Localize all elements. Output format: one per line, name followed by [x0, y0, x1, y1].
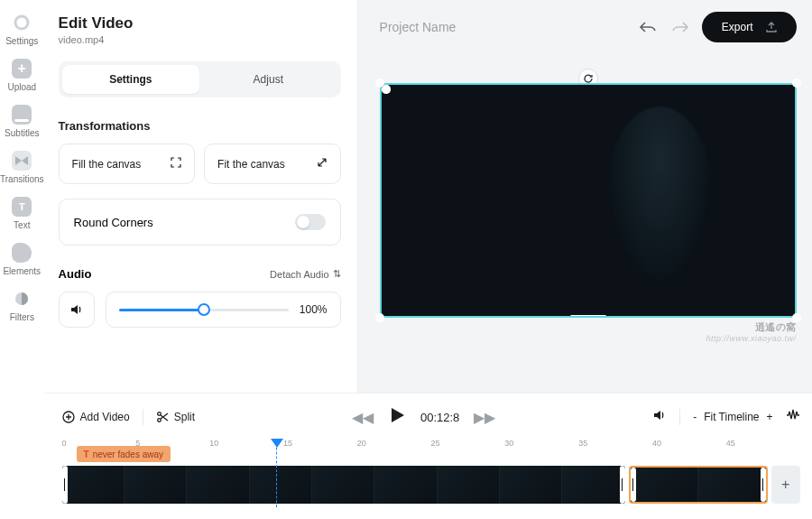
- preview-area: 逍遙の窩 http://www.xiaoyao.tw/: [358, 54, 812, 393]
- sidebar-item-label: Upload: [7, 82, 36, 92]
- sidebar-item-label: Transitions: [0, 174, 44, 184]
- svg-point-0: [15, 16, 28, 29]
- detach-icon: ⇅: [333, 268, 341, 280]
- sidebar-item-upload[interactable]: + Upload: [7, 59, 36, 92]
- option-label: Fill the canvas: [72, 158, 142, 171]
- video-clip-main[interactable]: [62, 466, 625, 504]
- bowtie-icon: [12, 151, 32, 171]
- volume-slider[interactable]: [119, 309, 289, 311]
- sidebar-item-subtitles[interactable]: Subtitles: [5, 105, 39, 138]
- edit-panel: Edit Video video.mp4 Settings Adjust Tra…: [44, 0, 358, 393]
- ruler-tick: 40: [652, 439, 726, 453]
- canvas-selection[interactable]: 逍遙の窩 http://www.xiaoyao.tw/: [380, 83, 797, 318]
- playhead[interactable]: [276, 439, 277, 507]
- fill-canvas-button[interactable]: Fill the canvas: [59, 144, 196, 184]
- blob-icon: [12, 243, 32, 263]
- detach-audio-button[interactable]: Detach Audio ⇅: [270, 268, 340, 280]
- scissors-icon: [156, 411, 169, 423]
- subtitle-clip[interactable]: T never fades away: [77, 446, 171, 462]
- tab-adjust[interactable]: Adjust: [199, 65, 337, 94]
- expand-brackets-icon: [171, 157, 181, 171]
- round-corners-toggle[interactable]: [295, 214, 326, 230]
- volume-value: 100%: [300, 303, 328, 316]
- contrast-icon: [12, 289, 32, 309]
- zoom-in-button[interactable]: +: [767, 411, 773, 423]
- subtitle-bar-icon: [12, 105, 32, 125]
- rewind-button[interactable]: ◀◀: [352, 409, 374, 426]
- fit-canvas-button[interactable]: Fit the canvas: [204, 144, 341, 184]
- watermark: 逍遙の窩 http://www.xiaoyao.tw/: [706, 320, 797, 343]
- time-display: 00:12:8: [420, 411, 459, 424]
- round-corners-label: Round Corners: [74, 216, 153, 229]
- timeline-panel: Add Video Split ◀◀ 00:12:8 ▶▶ - Fit Time…: [44, 393, 812, 519]
- add-clip-button[interactable]: +: [771, 466, 800, 504]
- top-header: Project Name Export: [358, 0, 812, 54]
- section-audio: Audio: [59, 267, 92, 281]
- undo-icon: [639, 21, 657, 33]
- ruler-tick: 20: [357, 439, 431, 453]
- waveform-icon: [786, 409, 800, 422]
- waveform-button[interactable]: [786, 409, 800, 425]
- svg-point-4: [157, 419, 161, 422]
- plus-square-icon: +: [12, 59, 32, 79]
- redo-icon: [671, 21, 689, 33]
- ruler-tick: 30: [504, 439, 578, 453]
- tab-settings[interactable]: Settings: [62, 65, 200, 94]
- clip-handle-left[interactable]: [62, 466, 68, 504]
- play-icon: [388, 406, 406, 424]
- export-label: Export: [722, 21, 753, 33]
- sidebar-item-settings[interactable]: Settings: [5, 13, 38, 46]
- redo-button[interactable]: [669, 16, 691, 38]
- t-square-icon: T: [12, 197, 32, 217]
- sidebar-item-label: Filters: [10, 312, 34, 322]
- ruler-tick: 15: [283, 439, 357, 453]
- clip-handle-left[interactable]: [631, 468, 636, 502]
- timeline-volume-button[interactable]: [652, 408, 667, 426]
- subtitle-text: never fades away: [93, 449, 163, 459]
- sidebar-item-transitions[interactable]: Transitions: [0, 151, 44, 184]
- volume-icon-button[interactable]: [59, 292, 95, 328]
- forward-button[interactable]: ▶▶: [474, 409, 495, 426]
- sidebar-item-label: Text: [14, 220, 30, 230]
- detach-audio-label: Detach Audio: [270, 269, 328, 280]
- sidebar-item-label: Subtitles: [5, 128, 39, 138]
- speaker-icon: [652, 408, 667, 422]
- sidebar-item-text[interactable]: T Text: [12, 197, 32, 230]
- option-label: Fit the canvas: [217, 158, 285, 171]
- ruler-tick: 45: [726, 439, 800, 453]
- project-name-input[interactable]: Project Name: [380, 20, 626, 34]
- panel-title: Edit Video: [59, 14, 341, 32]
- fit-arrows-icon: [317, 157, 328, 171]
- upload-icon: [766, 22, 777, 32]
- sidebar-item-filters[interactable]: Filters: [10, 289, 34, 322]
- panel-filename: video.mp4: [59, 34, 341, 45]
- speaker-icon: [69, 302, 84, 317]
- text-icon: T: [84, 449, 89, 459]
- add-video-label: Add Video: [80, 411, 130, 423]
- plus-circle-icon: [62, 411, 75, 423]
- video-clip-secondary[interactable]: [629, 466, 768, 504]
- zoom-out-button[interactable]: -: [693, 411, 697, 423]
- fit-timeline-button[interactable]: Fit Timeline: [704, 411, 759, 423]
- svg-point-3: [157, 412, 161, 416]
- play-button[interactable]: [388, 406, 406, 428]
- ruler-tick: 35: [578, 439, 652, 453]
- undo-button[interactable]: [637, 16, 659, 38]
- sidebar-item-label: Settings: [5, 36, 38, 46]
- split-button[interactable]: Split: [156, 411, 195, 423]
- circle-ring-icon: [12, 13, 32, 32]
- split-label: Split: [174, 411, 195, 423]
- export-button[interactable]: Export: [702, 12, 797, 42]
- timeline-ruler[interactable]: 0 5 10 15 20 25 30 35 40 45: [62, 439, 800, 453]
- add-video-button[interactable]: Add Video: [62, 411, 130, 423]
- sidebar-item-label: Elements: [3, 266, 41, 276]
- ruler-tick: 25: [431, 439, 505, 453]
- panel-tabs: Settings Adjust: [59, 61, 341, 97]
- left-sidebar: Settings + Upload Subtitles Transitions …: [0, 0, 44, 519]
- section-transformations: Transformations: [59, 119, 341, 133]
- sidebar-item-elements[interactable]: Elements: [3, 243, 41, 276]
